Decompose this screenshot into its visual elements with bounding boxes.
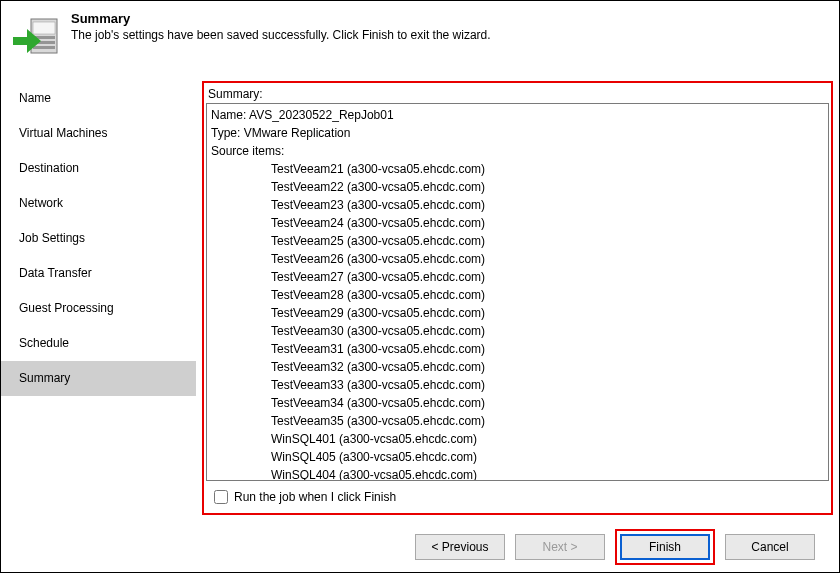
summary-textbox[interactable]: Name: AVS_20230522_RepJob01Type: VMware … [206, 103, 829, 481]
summary-source-item: WinSQL404 (a300-vcsa05.ehcdc.com) [211, 466, 824, 481]
finish-button-highlight: Finish [615, 529, 715, 565]
wizard-steps-sidebar: NameVirtual MachinesDestinationNetworkJo… [1, 75, 196, 515]
svg-rect-4 [33, 46, 55, 49]
sidebar-item-network[interactable]: Network [1, 186, 196, 221]
summary-line-name: Name: AVS_20230522_RepJob01 [211, 106, 824, 124]
summary-source-item: TestVeeam26 (a300-vcsa05.ehcdc.com) [211, 250, 824, 268]
summary-source-item: TestVeeam28 (a300-vcsa05.ehcdc.com) [211, 286, 824, 304]
page-title: Summary [71, 11, 829, 26]
summary-source-item: TestVeeam22 (a300-vcsa05.ehcdc.com) [211, 178, 824, 196]
summary-line-type: Type: VMware Replication [211, 124, 824, 142]
sidebar-item-summary[interactable]: Summary [1, 361, 196, 396]
summary-source-item: TestVeeam35 (a300-vcsa05.ehcdc.com) [211, 412, 824, 430]
run-on-finish-row[interactable]: Run the job when I click Finish [206, 481, 829, 509]
run-on-finish-checkbox[interactable] [214, 490, 228, 504]
sidebar-item-virtual-machines[interactable]: Virtual Machines [1, 116, 196, 151]
summary-source-item: TestVeeam31 (a300-vcsa05.ehcdc.com) [211, 340, 824, 358]
summary-source-item: TestVeeam24 (a300-vcsa05.ehcdc.com) [211, 214, 824, 232]
wizard-body: NameVirtual MachinesDestinationNetworkJo… [1, 75, 839, 515]
summary-source-item: TestVeeam25 (a300-vcsa05.ehcdc.com) [211, 232, 824, 250]
next-button: Next > [515, 534, 605, 560]
sidebar-item-destination[interactable]: Destination [1, 151, 196, 186]
summary-source-item: TestVeeam33 (a300-vcsa05.ehcdc.com) [211, 376, 824, 394]
wizard-content: Summary: Name: AVS_20230522_RepJob01Type… [196, 75, 839, 515]
summary-line-source-header: Source items: [211, 142, 824, 160]
cancel-button[interactable]: Cancel [725, 534, 815, 560]
summary-source-item: WinSQL405 (a300-vcsa05.ehcdc.com) [211, 448, 824, 466]
finish-button[interactable]: Finish [620, 534, 710, 560]
summary-source-item: TestVeeam23 (a300-vcsa05.ehcdc.com) [211, 196, 824, 214]
summary-source-item: TestVeeam30 (a300-vcsa05.ehcdc.com) [211, 322, 824, 340]
page-subtitle: The job's settings have been saved succe… [71, 28, 829, 42]
highlight-box: Summary: Name: AVS_20230522_RepJob01Type… [202, 81, 833, 515]
summary-source-item: TestVeeam27 (a300-vcsa05.ehcdc.com) [211, 268, 824, 286]
summary-source-item: WinSQL401 (a300-vcsa05.ehcdc.com) [211, 430, 824, 448]
summary-source-item: TestVeeam34 (a300-vcsa05.ehcdc.com) [211, 394, 824, 412]
summary-source-item: TestVeeam29 (a300-vcsa05.ehcdc.com) [211, 304, 824, 322]
run-on-finish-label: Run the job when I click Finish [234, 490, 396, 504]
summary-label: Summary: [208, 87, 829, 101]
sidebar-item-schedule[interactable]: Schedule [1, 326, 196, 361]
wizard-button-bar: < Previous Next > Finish Cancel [1, 522, 839, 572]
summary-source-item: TestVeeam21 (a300-vcsa05.ehcdc.com) [211, 160, 824, 178]
sidebar-item-guest-processing[interactable]: Guest Processing [1, 291, 196, 326]
summary-source-item: TestVeeam32 (a300-vcsa05.ehcdc.com) [211, 358, 824, 376]
sidebar-item-job-settings[interactable]: Job Settings [1, 221, 196, 256]
sidebar-item-name[interactable]: Name [1, 81, 196, 116]
sidebar-item-data-transfer[interactable]: Data Transfer [1, 256, 196, 291]
svg-rect-1 [33, 22, 55, 34]
wizard-header: Summary The job's settings have been sav… [1, 1, 839, 75]
summary-icon [11, 13, 59, 61]
previous-button[interactable]: < Previous [415, 534, 505, 560]
